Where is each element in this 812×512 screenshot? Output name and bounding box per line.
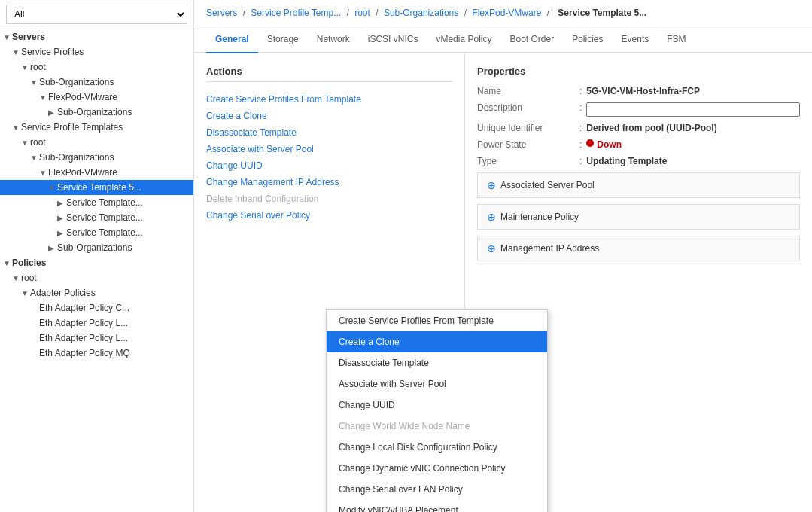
tree-label: Service Template...	[66, 212, 143, 223]
tab-iscsi-vnics[interactable]: iSCSI vNICs	[359, 26, 427, 53]
tabs: GeneralStorageNetworkiSCSI vNICsvMedia P…	[194, 26, 812, 53]
tree-item-service-template-5...[interactable]: Service Template 5...	[0, 180, 193, 195]
tab-general[interactable]: General	[206, 26, 258, 53]
dropdown-item-modify-vnic/vhba-placement[interactable]: Modify vNIC/vHBA Placement	[327, 500, 547, 512]
action-change-management-ip-address[interactable]: Change Management IP Address	[206, 174, 452, 190]
breadcrumb-link[interactable]: Servers	[206, 8, 237, 18]
tree-item-servers[interactable]: Servers	[0, 29, 193, 44]
tree-arrow	[57, 229, 66, 237]
breadcrumb: Servers / Service Profile Temp... / root…	[194, 0, 812, 26]
breadcrumb-separator: /	[373, 8, 381, 18]
actions-title: Actions	[206, 66, 452, 82]
breadcrumb-link[interactable]: Service Profile Temp...	[251, 8, 341, 18]
maintenance-policy-section: ⊕ Maintenance Policy	[477, 204, 800, 230]
tree-container: ServersService ProfilesrootSub-Organizat…	[0, 29, 193, 361]
tree-arrow	[48, 184, 57, 192]
tab-events[interactable]: Events	[613, 26, 658, 53]
tree-item-eth-adapter-policy-l...[interactable]: Eth Adapter Policy L...	[0, 315, 193, 331]
power-state-label: Power State	[477, 139, 575, 150]
dropdown-menu: Create Service Profiles From TemplateCre…	[326, 309, 548, 512]
properties-title: Properties	[477, 66, 800, 77]
action-create-service-profiles-from-template[interactable]: Create Service Profiles From Template	[206, 91, 452, 108]
dropdown-item-change-local-disk-configuration-policy[interactable]: Change Local Disk Configuration Policy	[327, 437, 547, 458]
sidebar-filter-dropdown[interactable]: All	[6, 5, 187, 24]
management-ip-label: Management IP Address	[500, 243, 599, 254]
tree-item-sub-organizations[interactable]: Sub-Organizations	[0, 150, 193, 165]
tree-item-root[interactable]: root	[0, 135, 193, 150]
tree-label: Service Template 5...	[57, 182, 141, 193]
tree-label: Servers	[12, 32, 45, 42]
tab-policies[interactable]: Policies	[563, 26, 612, 53]
tree-item-flexpod-vmware[interactable]: FlexPod-VMware	[0, 90, 193, 105]
tree-item-policies[interactable]: Policies	[0, 255, 193, 270]
breadcrumb-link[interactable]: root	[354, 8, 370, 18]
tree-item-root[interactable]: root	[0, 59, 193, 75]
tab-storage[interactable]: Storage	[258, 26, 308, 53]
breadcrumb-separator: /	[544, 8, 552, 18]
tree-item-service-template...[interactable]: Service Template...	[0, 195, 193, 210]
tree-label: FlexPod-VMware	[48, 167, 117, 178]
tree-item-service-template...[interactable]: Service Template...	[0, 210, 193, 225]
power-state-value: Down	[597, 139, 800, 150]
tree-arrow	[12, 48, 21, 56]
tree-item-sub-organizations[interactable]: Sub-Organizations	[0, 105, 193, 120]
dropdown-item-change-uuid[interactable]: Change UUID	[327, 395, 547, 416]
associated-server-pool-header[interactable]: ⊕ Associated Server Pool	[478, 173, 799, 197]
action-disassociate-template[interactable]: Disassociate Template	[206, 124, 452, 141]
tree-label: Service Profiles	[21, 47, 84, 57]
sidebar-dropdown-container: All	[0, 0, 193, 29]
breadcrumb-separator: /	[240, 8, 248, 18]
breadcrumb-separator: /	[461, 8, 469, 18]
main-content: Servers / Service Profile Temp... / root…	[194, 0, 812, 512]
dropdown-item-change-serial-over-lan-policy[interactable]: Change Serial over LAN Policy	[327, 479, 547, 500]
dropdown-item-disassociate-template[interactable]: Disassociate Template	[327, 352, 547, 373]
management-ip-header[interactable]: ⊕ Management IP Address	[478, 236, 799, 261]
tree-label: Service Template...	[66, 197, 143, 208]
name-row: Name : 5G-VIC-VM-Host-Infra-FCP	[477, 86, 800, 96]
tree-arrow	[12, 123, 21, 132]
action-associate-with-server-pool[interactable]: Associate with Server Pool	[206, 141, 452, 157]
dropdown-item-change-dynamic-vnic-connection-policy[interactable]: Change Dynamic vNIC Connection Policy	[327, 458, 547, 479]
dropdown-item-create-service-profiles-from-template[interactable]: Create Service Profiles From Template	[327, 310, 547, 331]
tree-arrow	[57, 214, 66, 222]
tree-item-service-profile-templates[interactable]: Service Profile Templates	[0, 120, 193, 135]
tree-item-eth-adapter-policy-l...[interactable]: Eth Adapter Policy L...	[0, 331, 193, 346]
sidebar: All ServersService ProfilesrootSub-Organ…	[0, 0, 194, 512]
breadcrumb-link[interactable]: FlexPod-VMware	[472, 8, 541, 18]
type-value: Updating Template	[586, 156, 800, 166]
action-change-uuid[interactable]: Change UUID	[206, 157, 452, 174]
unique-id-value: Derived from pool (UUID-Pool)	[586, 123, 800, 133]
name-label: Name	[477, 86, 575, 96]
tree-item-adapter-policies[interactable]: Adapter Policies	[0, 285, 193, 300]
tree-item-service-template...[interactable]: Service Template...	[0, 225, 193, 240]
tab-vmedia-policy[interactable]: vMedia Policy	[427, 26, 500, 53]
tree-item-flexpod-vmware[interactable]: FlexPod-VMware	[0, 165, 193, 180]
maintenance-policy-header[interactable]: ⊕ Maintenance Policy	[478, 205, 799, 229]
tree-item-eth-adapter-policy-mq[interactable]: Eth Adapter Policy MQ	[0, 346, 193, 361]
description-row: Description :	[477, 102, 800, 117]
tree-label: Sub-Organizations	[39, 152, 114, 163]
tab-fsm[interactable]: FSM	[658, 26, 695, 53]
tree-arrow	[21, 139, 30, 147]
tree-item-eth-adapter-policy-c...[interactable]: Eth Adapter Policy C...	[0, 300, 193, 315]
name-value: 5G-VIC-VM-Host-Infra-FCP	[586, 86, 800, 96]
tree-label: Policies	[12, 258, 46, 268]
breadcrumb-link[interactable]: Sub-Organizations	[384, 8, 458, 18]
tree-arrow	[30, 154, 39, 162]
tree-item-sub-organizations[interactable]: Sub-Organizations	[0, 75, 193, 90]
tree-label: Eth Adapter Policy L...	[39, 333, 128, 343]
action-create-a-clone[interactable]: Create a Clone	[206, 108, 452, 124]
tree-arrow	[57, 199, 66, 207]
tree-item-service-profiles[interactable]: Service Profiles	[0, 44, 193, 59]
tree-item-sub-organizations[interactable]: Sub-Organizations	[0, 240, 193, 255]
dropdown-item-create-a-clone[interactable]: Create a Clone	[327, 331, 547, 352]
tree-item-root[interactable]: root	[0, 270, 193, 285]
tree-arrow	[12, 274, 21, 282]
action-change-serial-over-policy[interactable]: Change Serial over Policy	[206, 207, 452, 224]
tab-boot-order[interactable]: Boot Order	[500, 26, 563, 53]
tree-arrow	[21, 63, 30, 72]
description-input[interactable]	[586, 102, 800, 117]
dropdown-item-associate-with-server-pool[interactable]: Associate with Server Pool	[327, 373, 547, 395]
tab-network[interactable]: Network	[308, 26, 359, 53]
tree-label: Service Profile Templates	[21, 122, 123, 133]
